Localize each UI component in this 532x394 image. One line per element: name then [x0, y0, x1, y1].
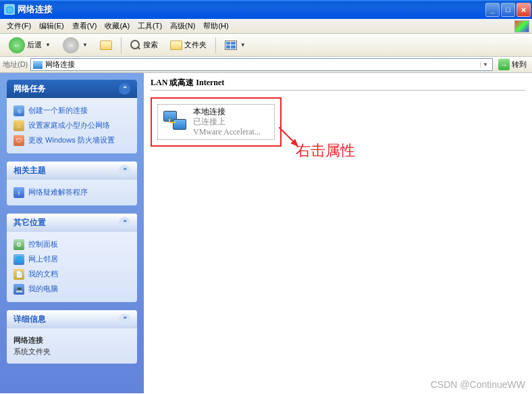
folders-button[interactable]: 文件夹	[165, 37, 211, 53]
place-network-places[interactable]: 🌐网上邻居	[14, 252, 130, 267]
folders-label: 文件夹	[184, 40, 207, 50]
toolbar: ← 后退 ▼ → ▼ 搜索 文件夹 ▼	[0, 34, 532, 57]
search-label: 搜索	[143, 40, 158, 50]
connection-device: VMware Accelerat...	[193, 127, 261, 137]
menu-file[interactable]: 文件(F)	[3, 20, 35, 32]
menu-view[interactable]: 查看(V)	[68, 20, 101, 32]
panel-title: 网络任务	[14, 83, 46, 95]
app-icon: 🌐	[4, 4, 15, 15]
connection-item-local[interactable]: 本地连接 已连接上 VMware Accelerat...	[157, 104, 275, 140]
panel-header[interactable]: 相关主题 ⌃	[7, 162, 137, 180]
forward-arrow-icon: →	[63, 37, 79, 53]
panel-title: 其它位置	[14, 217, 46, 228]
chevron-down-icon: ▼	[45, 42, 51, 48]
views-icon	[225, 41, 237, 50]
info-icon: i	[14, 187, 24, 198]
go-button[interactable]: → 转到	[496, 58, 529, 71]
main-content: LAN 或高速 Internet 本地连接 已连接上 VMware Accele…	[144, 73, 532, 393]
back-arrow-icon: ←	[9, 37, 25, 53]
network-icon: 🌐	[14, 254, 24, 265]
go-arrow-icon: →	[498, 59, 510, 70]
chevron-down-icon: ▼	[82, 42, 88, 48]
connection-icon: ⎋	[14, 105, 24, 116]
folder-up-icon	[100, 41, 112, 50]
control-panel-icon: ⚙	[14, 239, 24, 250]
related-topics-panel: 相关主题 ⌃ i网络疑难解答程序	[7, 162, 137, 205]
collapse-icon: ⌃	[119, 83, 130, 95]
views-button[interactable]: ▼	[220, 38, 250, 53]
address-label: 地址(D)	[3, 59, 28, 70]
detail-type: 系统文件夹	[14, 347, 130, 357]
up-button[interactable]	[95, 38, 117, 53]
search-icon	[130, 40, 141, 51]
category-header: LAN 或高速 Internet	[151, 76, 525, 91]
menu-edit[interactable]: 编辑(E)	[35, 20, 68, 32]
location-icon	[33, 61, 43, 69]
home-network-icon: ⌂	[14, 120, 24, 131]
connection-status: 已连接上	[193, 117, 261, 127]
menu-favorites[interactable]: 收藏(A)	[101, 20, 134, 32]
address-bar: 地址(D) 网络连接 ▼ → 转到	[0, 57, 532, 73]
menu-help[interactable]: 帮助(H)	[199, 20, 232, 32]
search-button[interactable]: 搜索	[126, 37, 163, 53]
folder-icon	[170, 41, 182, 50]
forward-button[interactable]: → ▼	[58, 34, 92, 56]
panel-header[interactable]: 网络任务 ⌃	[7, 80, 137, 98]
task-home-network[interactable]: ⌂设置家庭或小型办公网络	[14, 118, 130, 133]
maximize-button[interactable]: □	[501, 3, 515, 17]
panel-header[interactable]: 详细信息 ⌃	[7, 310, 137, 328]
firewall-icon: 🛡	[14, 135, 24, 146]
address-value: 网络连接	[45, 59, 477, 70]
collapse-icon: ⌃	[119, 217, 130, 228]
documents-icon: 📄	[14, 269, 24, 280]
window-titlebar: 🌐 网络连接 _ □ ×	[0, 0, 532, 19]
annotation-highlight-box: 本地连接 已连接上 VMware Accelerat...	[151, 97, 282, 147]
panel-title: 相关主题	[14, 165, 46, 176]
other-places-panel: 其它位置 ⌃ ⚙控制面板 🌐网上邻居 📄我的文档 💻我的电脑	[7, 214, 137, 302]
details-panel: 详细信息 ⌃ 网络连接 系统文件夹	[7, 310, 137, 364]
separator	[121, 37, 122, 53]
back-label: 后退	[27, 40, 42, 50]
place-my-documents[interactable]: 📄我的文档	[14, 267, 130, 282]
tasks-sidebar: 网络任务 ⌃ ⎋创建一个新的连接 ⌂设置家庭或小型办公网络 🛡更改 Window…	[0, 73, 144, 393]
detail-name: 网络连接	[14, 335, 130, 345]
separator	[215, 37, 216, 53]
task-new-connection[interactable]: ⎋创建一个新的连接	[14, 103, 130, 118]
connection-name: 本地连接	[193, 107, 261, 117]
menu-advanced[interactable]: 高级(N)	[166, 20, 199, 32]
menu-tools[interactable]: 工具(T)	[134, 20, 166, 32]
network-tasks-panel: 网络任务 ⌃ ⎋创建一个新的连接 ⌂设置家庭或小型办公网络 🛡更改 Window…	[7, 80, 137, 153]
back-button[interactable]: ← 后退 ▼	[4, 34, 55, 56]
collapse-icon: ⌃	[119, 165, 130, 176]
chevron-down-icon[interactable]: ▼	[480, 61, 490, 68]
related-troubleshoot[interactable]: i网络疑难解答程序	[14, 185, 130, 200]
task-firewall[interactable]: 🛡更改 Windows 防火墙设置	[14, 133, 130, 148]
lan-connection-icon	[162, 111, 188, 134]
window-title: 网络连接	[18, 3, 485, 16]
annotation-text: 右击属性	[296, 141, 355, 161]
minimize-button[interactable]: _	[485, 3, 500, 17]
computer-icon: 💻	[14, 284, 24, 295]
close-button[interactable]: ×	[516, 3, 531, 17]
panel-header[interactable]: 其它位置 ⌃	[7, 214, 137, 232]
watermark: CSDN @ContinueWW	[431, 379, 525, 390]
windows-logo-icon	[514, 20, 529, 32]
collapse-icon: ⌃	[119, 314, 130, 325]
go-label: 转到	[512, 59, 527, 70]
chevron-down-icon: ▼	[240, 42, 246, 48]
panel-title: 详细信息	[14, 314, 46, 325]
address-input[interactable]: 网络连接 ▼	[30, 58, 493, 71]
place-control-panel[interactable]: ⚙控制面板	[14, 237, 130, 252]
menu-bar: 文件(F) 编辑(E) 查看(V) 收藏(A) 工具(T) 高级(N) 帮助(H…	[0, 19, 532, 34]
place-my-computer[interactable]: 💻我的电脑	[14, 282, 130, 297]
